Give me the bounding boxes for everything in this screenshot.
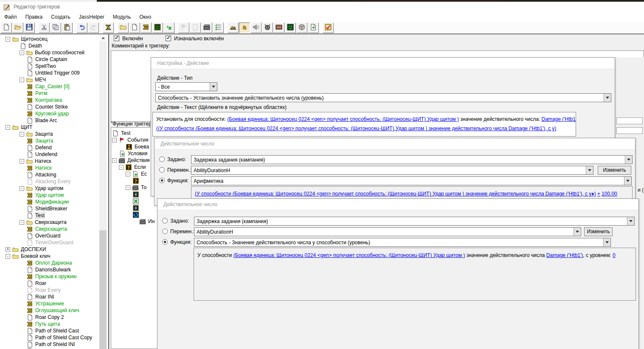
initially-enabled-checkbox[interactable] xyxy=(166,36,171,41)
expand-toggle-icon[interactable]: - xyxy=(20,50,24,55)
edit-variable-button[interactable]: Изменить xyxy=(598,166,631,175)
function-item-ин[interactable]: Ин xyxy=(139,218,155,225)
tree-item-attacking-every[interactable]: Attacking Every xyxy=(26,178,70,185)
menu-окно[interactable]: Окно xyxy=(135,13,155,21)
function-combo[interactable]: Арифметика xyxy=(191,176,632,185)
parameter-link[interactable]: (У способности (Боевая единица: Щитоносе… xyxy=(195,191,596,197)
copy-button[interactable] xyxy=(50,22,61,33)
tree-item-roar-copy-2[interactable]: Roar Copy 2 xyxy=(26,314,64,321)
new-category-button[interactable] xyxy=(118,22,129,33)
variable-combo[interactable]: AbilityDurationH xyxy=(194,227,581,236)
expand-toggle-icon[interactable]: - xyxy=(6,125,10,130)
object-manager-button[interactable] xyxy=(296,22,307,33)
preset-radio[interactable] xyxy=(159,156,165,162)
function-item[interactable] xyxy=(132,191,141,198)
tree-item-blade-arc[interactable]: Blade Arc xyxy=(26,117,57,124)
menu-модуль[interactable]: Модуль xyxy=(109,13,135,21)
function-item[interactable]: ? xyxy=(132,177,141,184)
combo-arrow-icon[interactable] xyxy=(210,83,217,91)
tree-item-ритм[interactable]: Ритм xyxy=(26,90,47,97)
combo-arrow-icon[interactable] xyxy=(586,166,593,174)
tree-item-круговой-удар[interactable]: Круговой удар xyxy=(26,110,69,117)
test-map-button[interactable]: X xyxy=(103,22,114,33)
tree-item-undefend[interactable]: Undefend xyxy=(26,151,57,158)
edit-variable-button[interactable]: Изменить xyxy=(584,227,613,236)
function-item-test[interactable]: Test xyxy=(112,130,130,137)
function-item-то[interactable]: -То xyxy=(126,184,146,191)
variable-radio[interactable] xyxy=(159,167,165,173)
combo-arrow-icon[interactable] xyxy=(627,217,634,225)
cut-button[interactable] xyxy=(39,22,50,33)
tree-item-выбор-способностей[interactable]: -Выбор способностей xyxy=(20,49,84,56)
function-radio[interactable] xyxy=(162,239,168,245)
tree-item-roar-every[interactable]: Roar Every xyxy=(26,287,61,293)
tree-item-path-of-shield-ini[interactable]: Path of Shield INI xyxy=(26,341,75,348)
tree-scrollbar[interactable] xyxy=(99,34,107,349)
expand-toggle-icon[interactable]: - xyxy=(112,138,117,142)
expand-toggle-icon[interactable]: - xyxy=(20,186,24,191)
action-function-combo[interactable]: Способность - Установить значение действ… xyxy=(155,93,611,102)
tree-item-устрашение[interactable]: Устрашение xyxy=(26,300,64,307)
convert-to-custom-text-button[interactable]: 10100101 xyxy=(152,22,163,33)
tree-item-контратака[interactable]: Контратака xyxy=(26,97,62,103)
expand-toggle-icon[interactable]: - xyxy=(20,159,24,164)
function-combo[interactable]: Способность - Значение действительного ч… xyxy=(194,238,611,247)
checklist-button[interactable] xyxy=(213,22,224,33)
tree-item-shieldbreaker[interactable]: ShieldBreaker xyxy=(26,205,67,212)
tree-item-cap-caster-0-[interactable]: Cap_Caster [0] xyxy=(26,83,70,90)
tree-item-путь-щита[interactable]: Путь щита xyxy=(26,321,60,327)
function-item-если[interactable]: -?Если xyxy=(119,164,146,170)
terrain-editor-button[interactable] xyxy=(228,22,239,33)
tree-item-удар-щитом[interactable]: Удар щитом xyxy=(26,192,64,198)
new-document-button[interactable] xyxy=(1,22,12,33)
scroll-up-button[interactable] xyxy=(99,34,107,42)
tree-item-path-of-shield-cast-copy[interactable]: Path of Shield Cast Copy xyxy=(26,334,92,341)
combo-arrow-icon[interactable] xyxy=(574,228,581,236)
variable-combo[interactable]: AbilityDurationH xyxy=(191,166,593,175)
tree-item-натиск[interactable]: -Натиск xyxy=(20,158,51,165)
tree-item-counter-strike[interactable]: Counter Strike xyxy=(26,103,68,110)
undo-button[interactable] xyxy=(76,22,87,33)
tree-item-circle-captain[interactable]: Circle Captain xyxy=(26,56,67,63)
expand-toggle-icon[interactable]: - xyxy=(20,220,24,225)
tree-item-щит[interactable]: -ЩИТ xyxy=(6,124,32,131)
open-map-button[interactable] xyxy=(12,22,23,33)
function-text-line[interactable]: (У способности (Боевая единица: Щитоносе… xyxy=(195,190,629,198)
menu-создать[interactable]: Создать xyxy=(47,13,75,21)
function-item[interactable] xyxy=(132,211,141,218)
action-type-combo[interactable]: - Все xyxy=(155,82,217,91)
tree-item-призыв-к-оружию[interactable]: Призыв к оружию xyxy=(26,273,77,280)
menu-jasshelper[interactable]: JassHelper xyxy=(75,13,109,21)
tree-item-щитоносец[interactable]: -Щитоносец xyxy=(6,36,48,42)
function-item-ес[interactable]: -Ес xyxy=(126,170,147,177)
tree-item-боевой-клич[interactable]: -Боевой клич xyxy=(6,253,51,260)
parameter-link[interactable]: + xyxy=(597,191,600,197)
test-options-button[interactable] xyxy=(323,22,334,33)
expand-toggle-icon[interactable]: + xyxy=(6,247,10,252)
function-item[interactable] xyxy=(132,198,141,204)
menu-файл[interactable]: Файл xyxy=(0,13,21,21)
tree-item-test[interactable]: Test xyxy=(26,212,45,219)
parameter-link[interactable]: (Боевая единица: Щитоносец 0224 <gen> по… xyxy=(233,252,465,258)
tree-item-оплот-дариона[interactable]: Оплот Дариона xyxy=(26,260,72,266)
tree-item-меч[interactable]: -МЕЧ xyxy=(20,76,46,83)
expand-toggle-icon[interactable]: - xyxy=(126,172,130,176)
expand-toggle-icon[interactable]: - xyxy=(119,165,124,170)
expand-toggle-icon[interactable]: - xyxy=(6,254,10,259)
function-item-события[interactable]: -События xyxy=(112,137,149,143)
import-manager-button[interactable] xyxy=(308,22,319,33)
trigger-editor-button[interactable]: a xyxy=(239,22,250,33)
expand-toggle-icon[interactable]: - xyxy=(126,185,130,190)
tree-item-defend[interactable]: Defend xyxy=(26,144,52,151)
tree-item-доспехи[interactable]: +ДОСПЕХИ xyxy=(6,246,46,253)
paste-button[interactable] xyxy=(62,22,73,33)
expand-toggle-icon[interactable]: - xyxy=(112,158,117,163)
tree-item-untitled-trigger-009[interactable]: Untitled Trigger 009 xyxy=(26,70,80,76)
combo-arrow-icon[interactable] xyxy=(625,156,632,164)
tree-item-attacking[interactable]: Attacking xyxy=(26,171,56,178)
function-item-действия[interactable]: -Действия xyxy=(112,157,150,164)
tree-item-timeroverguard[interactable]: TimerOverGuard xyxy=(26,239,73,246)
parameter-link[interactable]: (Боевая единица: Щитоносец 0224 <gen> по… xyxy=(227,116,459,122)
function-item[interactable] xyxy=(132,204,141,211)
preset-combo[interactable]: Задержка задания (кампания) xyxy=(194,217,635,226)
